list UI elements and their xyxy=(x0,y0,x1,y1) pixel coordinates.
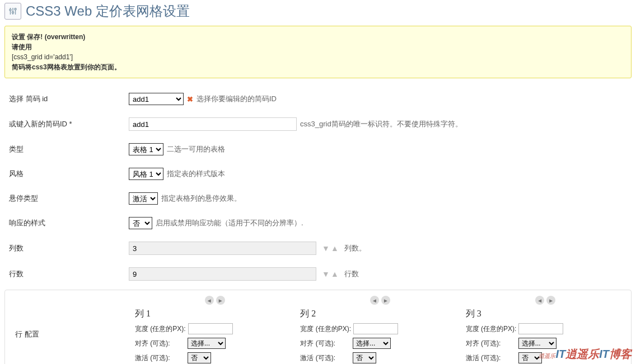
label-new-id: 或键入新的简码ID * xyxy=(4,119,129,129)
svg-point-4 xyxy=(12,12,14,13)
col-title: 列 2 xyxy=(300,308,460,320)
input-rows[interactable] xyxy=(129,267,316,281)
label-responsive: 响应的样式 xyxy=(4,218,129,228)
notice-saved: 设置 保存! (overwritten) xyxy=(12,33,85,41)
rows-down-icon[interactable]: ▼ xyxy=(322,270,330,278)
column-config: ◄ ► 列 2 宽度 (任意的PX): 对齐 (可选): 选择... 激活 (可… xyxy=(300,296,460,364)
label-width: 宽度 (任意的PX): xyxy=(466,324,517,334)
hint-responsive: 启用或禁用响应功能（适用于不同的分辨率）. xyxy=(156,218,303,228)
hint-hover: 指定表格列的悬停效果。 xyxy=(161,193,241,204)
notice-box: 设置 保存! (overwritten) 请使用 [css3_grid id='… xyxy=(4,26,632,78)
cols-down-icon[interactable]: ▼ xyxy=(322,244,330,252)
notice-desc: 简码将css3网格表放置到你的页面。 xyxy=(12,63,121,71)
select-style[interactable]: 风格 1 xyxy=(129,168,163,180)
settings-sliders-icon xyxy=(4,3,21,20)
rows-up-icon[interactable]: ▲ xyxy=(331,270,339,278)
select-col-active[interactable]: 否 xyxy=(518,352,542,363)
col-next-icon[interactable]: ► xyxy=(381,296,390,305)
label-active: 激活 (可选): xyxy=(300,353,350,363)
label-style: 风格 xyxy=(4,169,129,179)
select-shortcode-id[interactable]: add1 xyxy=(129,93,184,105)
select-col-align[interactable]: 选择... xyxy=(518,338,556,349)
column-config: ◄ ► 列 3 宽度 (任意的PX): 对齐 (可选): 选择... 激活 (可… xyxy=(466,296,625,364)
input-col-width[interactable] xyxy=(518,323,563,334)
hint-select-id: 选择你要编辑的的简码ID xyxy=(197,94,277,104)
delete-icon[interactable]: ✖ xyxy=(187,95,193,103)
hint-rows: 行数 xyxy=(344,269,359,279)
input-col-width[interactable] xyxy=(188,323,233,334)
hint-new-id: css3_grid简码的唯一标识符。不要使用特殊字符。 xyxy=(300,119,462,129)
hint-cols: 列数。 xyxy=(344,243,366,253)
input-col-width[interactable] xyxy=(353,323,398,334)
label-cols: 列数 xyxy=(4,243,129,253)
page-header: CSS3 Web 定价表网格设置 xyxy=(4,0,632,26)
label-align: 对齐 (可选): xyxy=(135,339,185,348)
svg-point-3 xyxy=(10,9,11,11)
label-active: 激活 (可选): xyxy=(135,353,185,363)
label-select-id: 选择 简码 id xyxy=(4,94,129,104)
label-align: 对齐 (可选): xyxy=(466,339,516,348)
label-rows: 行数 xyxy=(4,269,129,279)
notice-shortcode: [css3_grid id='add1'] xyxy=(12,52,624,62)
row-config-box: 行 配置 ◄ ► 列 1 宽度 (任意的PX): 对齐 (可选): 选择... … xyxy=(4,290,632,364)
col-next-icon[interactable]: ► xyxy=(216,296,225,305)
col-title: 列 3 xyxy=(466,308,625,320)
svg-point-5 xyxy=(15,8,16,10)
select-hover[interactable]: 激活 xyxy=(129,192,158,205)
col-prev-icon[interactable]: ◄ xyxy=(370,296,379,305)
col-next-icon[interactable]: ► xyxy=(546,296,555,305)
label-align: 对齐 (可选): xyxy=(300,339,350,348)
col-title: 列 1 xyxy=(135,308,294,320)
select-col-align[interactable]: 选择... xyxy=(353,338,391,349)
label-hover: 悬停类型 xyxy=(4,193,129,204)
select-col-active[interactable]: 否 xyxy=(188,352,211,363)
input-new-id[interactable] xyxy=(129,117,297,131)
col-prev-icon[interactable]: ◄ xyxy=(205,296,214,305)
label-type: 类型 xyxy=(4,144,129,154)
select-col-align[interactable]: 选择... xyxy=(188,338,226,349)
select-type[interactable]: 表格 1 xyxy=(129,143,163,155)
label-width: 宽度 (任意的PX): xyxy=(135,324,186,334)
select-col-active[interactable]: 否 xyxy=(353,352,376,363)
input-cols[interactable] xyxy=(129,242,316,255)
column-config: ◄ ► 列 1 宽度 (任意的PX): 对齐 (可选): 选择... 激活 (可… xyxy=(135,296,294,364)
label-width: 宽度 (任意的PX): xyxy=(300,324,351,334)
cols-up-icon[interactable]: ▲ xyxy=(331,244,339,252)
hint-style: 指定表的样式版本 xyxy=(167,169,225,179)
label-row-config: 行 配置 xyxy=(11,296,135,364)
page-title: CSS3 Web 定价表网格设置 xyxy=(26,2,190,20)
select-responsive[interactable]: 否 xyxy=(129,217,152,229)
col-prev-icon[interactable]: ◄ xyxy=(535,296,544,305)
label-active: 激活 (可选): xyxy=(466,353,516,363)
notice-use: 请使用 xyxy=(12,43,32,51)
hint-type: 二选一可用的表格 xyxy=(167,144,225,154)
